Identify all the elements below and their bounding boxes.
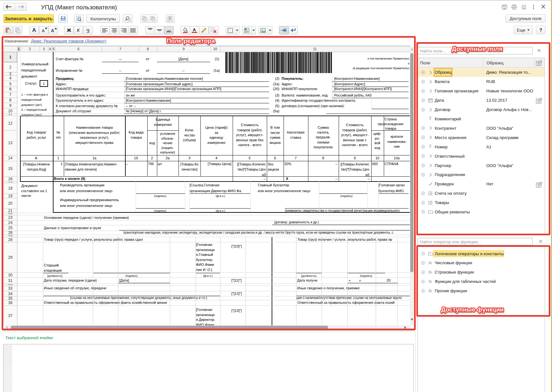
svg-text:Доступные функции: Доступные функции (441, 306, 504, 313)
svg-text:Доступные поля: Доступные поля (452, 45, 503, 52)
svg-text:Поле редактора: Поле редактора (167, 37, 215, 44)
